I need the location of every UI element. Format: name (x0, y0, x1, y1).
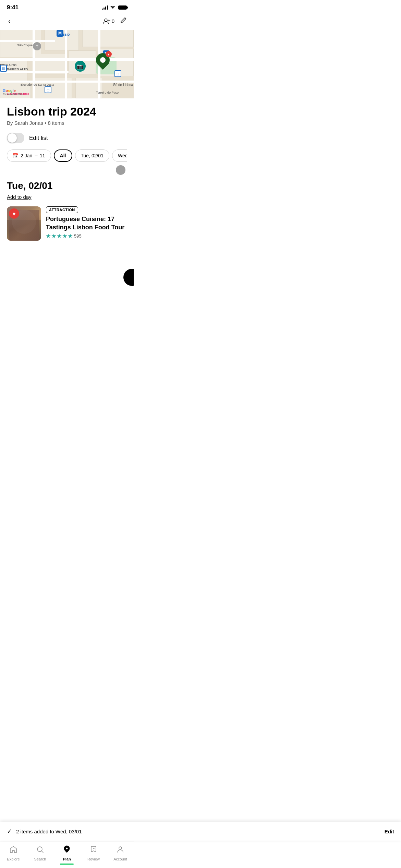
filter-chip-all[interactable]: All (54, 149, 72, 162)
rating-count: 595 (74, 233, 82, 239)
transit-marker-2: ⊡ (45, 86, 51, 93)
signal-icon (102, 5, 108, 10)
day-header: Tue, 02/01 (7, 180, 127, 191)
card-image-wrapper: ♥ (7, 206, 41, 241)
add-people-button[interactable]: 0 (103, 18, 114, 25)
filter-wed-label: Wed, 03/01 (118, 153, 127, 158)
map[interactable]: Rossio BAIRRO ALTO Elevador de Santa Jus… (0, 30, 134, 98)
rating-stars (46, 234, 73, 239)
star-2 (51, 234, 56, 239)
date-filters: 📅 2 Jan → 11 All Tue, 02/01 Wed, 03/01 (7, 149, 127, 163)
date-range-label: 2 Jan → 11 (21, 153, 45, 158)
camera-marker: 📷 (75, 61, 86, 72)
trip-author: By Sarah Jonas (7, 120, 43, 126)
star-3 (57, 234, 62, 239)
add-to-day-link[interactable]: Add to day (7, 194, 32, 200)
trip-meta: By Sarah Jonas • 8 items (7, 120, 127, 126)
back-button[interactable]: ‹ (7, 16, 12, 26)
trip-separator: • (45, 120, 48, 126)
attraction-card[interactable]: ♥ ATTRACTION Portuguese Cuisine: 17 Tast… (7, 206, 127, 241)
heart-badge: ♥ (106, 51, 112, 57)
svg-point-0 (105, 19, 107, 22)
card-title: Portuguese Cuisine: 17 Tastings Lisbon F… (46, 215, 127, 231)
card-rating: 595 (46, 233, 127, 239)
status-time: 9:41 (7, 4, 19, 11)
trip-item-count: 8 items (48, 120, 64, 126)
header-actions: 0 (103, 17, 127, 25)
filter-chip-wed[interactable]: Wed, 03/01 (112, 149, 127, 162)
toggle-knob (8, 133, 17, 143)
scroll-dot (116, 165, 125, 175)
edit-list-label: Edit list (29, 135, 48, 142)
day-section: Tue, 02/01 Add to day (7, 180, 127, 200)
filter-all-label: All (60, 153, 66, 158)
scroll-indicator (7, 165, 127, 175)
google-logo: Google Elevador da Bica (3, 88, 23, 96)
filter-tue-label: Tue, 02/01 (81, 153, 104, 158)
battery-icon (118, 5, 127, 10)
edit-list-toggle[interactable] (7, 133, 24, 143)
filter-chip-tue[interactable]: Tue, 02/01 (75, 149, 109, 162)
wifi-icon (110, 5, 116, 10)
metro-marker: M (57, 30, 63, 37)
date-range-chip[interactable]: 📅 2 Jan → 11 (7, 149, 51, 162)
attraction-badge: ATTRACTION (46, 206, 78, 213)
main-content: Lisbon trip 2024 By Sarah Jonas • 8 item… (0, 105, 134, 241)
star-5 (68, 234, 73, 239)
church-marker: ✝ (33, 42, 41, 50)
transit-marker-4: ⊡ (114, 70, 121, 77)
status-icons (102, 5, 127, 10)
status-bar: 9:41 (0, 0, 134, 13)
edit-row: Edit list (7, 133, 127, 143)
star-1 (46, 234, 51, 239)
map-background: Rossio BAIRRO ALTO Elevador de Santa Jus… (0, 30, 134, 98)
star-4 (62, 234, 67, 239)
transit-marker: ⊡ (0, 65, 7, 72)
main-location-pin[interactable]: ♥ (96, 53, 110, 67)
header-nav: ‹ 0 (0, 13, 134, 30)
add-people-count: 0 (112, 18, 114, 24)
trip-title: Lisbon trip 2024 (7, 105, 127, 118)
card-info: ATTRACTION Portuguese Cuisine: 17 Tastin… (46, 206, 127, 239)
calendar-icon: 📅 (13, 153, 19, 158)
edit-icon[interactable] (120, 17, 127, 25)
